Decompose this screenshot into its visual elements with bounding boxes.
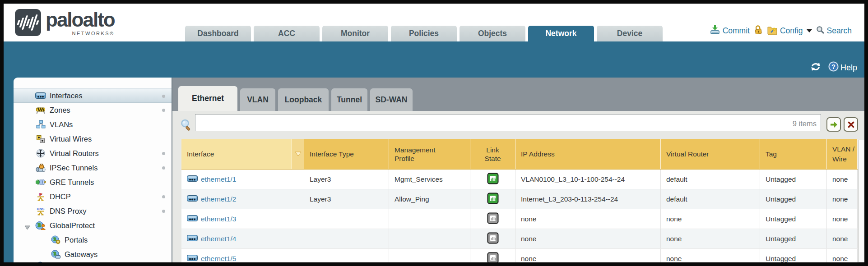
col-header-interface-type[interactable]: Interface Type (304, 139, 389, 169)
link-down-icon (487, 212, 499, 226)
app-header: paloalto NETWORKS® Dashboard ACC Monitor… (4, 4, 864, 41)
sidebar-item-gateways[interactable]: Gateways (14, 247, 172, 261)
help-button[interactable]: ? Help (828, 61, 857, 74)
help-label: Help (840, 63, 857, 73)
gateways-icon (50, 250, 61, 259)
title-bar: ? Help (4, 41, 864, 78)
cell-link-state (470, 229, 515, 248)
commit-icon (710, 25, 720, 37)
subtab-vlan[interactable]: VLAN (240, 88, 275, 111)
sidebar-item-ipsec-tunnels[interactable]: IPSec Tunnels (14, 161, 172, 175)
table-row: ethernet1/3 none none Untagged none (181, 209, 858, 229)
expander-down-icon[interactable] (24, 223, 30, 232)
interface-link[interactable]: ethernet1/5 (201, 255, 236, 263)
link-down-icon (487, 232, 499, 246)
svg-text:?: ? (831, 63, 836, 70)
col-header-link-state[interactable]: Link State (470, 139, 515, 169)
interface-icon (187, 255, 198, 263)
tab-device[interactable]: Device (597, 26, 663, 41)
col-header-management-profile[interactable]: Management Profile (389, 139, 470, 169)
cell-interface: ethernet1/3 (181, 209, 304, 229)
sidebar-item-virtual-wires[interactable]: Virtual Wires (14, 132, 172, 146)
filter-input[interactable] (195, 114, 821, 131)
tab-monitor[interactable]: Monitor (322, 26, 388, 41)
sidebar-item-dns-proxy[interactable]: DNS DNS Proxy (14, 204, 172, 218)
sidebar-item-portals[interactable]: Portals (14, 233, 172, 247)
logo-text: paloalto (46, 9, 115, 31)
tab-objects[interactable]: Objects (460, 26, 525, 41)
sidebar-item-gre-tunnels[interactable]: GRE Tunnels (14, 175, 172, 189)
cell-interface: ethernet1/5 (181, 249, 304, 262)
table-row: ethernet1/2 Layer3 Allow_Ping Internet_L… (181, 189, 858, 209)
subtab-sdwan[interactable]: SD-WAN (370, 88, 413, 111)
search-icon (816, 26, 825, 37)
cell-management-profile (389, 229, 470, 248)
search-label: Search (827, 26, 852, 36)
panos-web-ui: paloalto NETWORKS® Dashboard ACC Monitor… (4, 4, 864, 262)
interface-link[interactable]: ethernet1/3 (201, 215, 236, 223)
subtab-ethernet[interactable]: Ethernet (178, 86, 237, 111)
col-header-virtual-router[interactable]: Virtual Router (661, 139, 760, 169)
cell-interface-type (304, 229, 389, 248)
subtab-tunnel[interactable]: Tunnel (331, 88, 367, 111)
status-dot (162, 166, 165, 170)
sidebar-item-dhcp[interactable]: IP DHCP (14, 189, 172, 204)
interface-icon (187, 235, 198, 243)
paloalto-logo: paloalto NETWORKS® (15, 9, 115, 36)
globalprotect-icon (35, 221, 46, 230)
commit-button[interactable]: Commit (710, 25, 750, 37)
screenshot-frame: paloalto NETWORKS® Dashboard ACC Monitor… (0, 0, 868, 266)
tab-policies[interactable]: Policies (391, 26, 457, 41)
sidebar-item-vlans[interactable]: VLANs (14, 117, 172, 132)
cell-link-state (470, 189, 515, 209)
zones-icon (35, 106, 46, 114)
cell-virtual-router: none (661, 249, 760, 262)
table-row: ethernet1/1 Layer3 Mgmt_Services VLAN010… (181, 170, 858, 189)
sidebar-item-zones[interactable]: Zones (14, 103, 172, 117)
commit-label: Commit (723, 26, 750, 36)
sidebar-item-label: DNS Proxy (50, 207, 87, 216)
portals-icon (50, 235, 61, 244)
interface-link[interactable]: ethernet1/2 (201, 195, 236, 203)
lock-icon[interactable] (753, 24, 764, 38)
search-button[interactable]: Search (816, 26, 852, 37)
clear-filter-button[interactable] (844, 117, 858, 132)
cell-tag: Untagged (760, 189, 827, 209)
table-scrollbar[interactable] (859, 140, 864, 262)
col-header-ip-address[interactable]: IP Address (515, 139, 661, 169)
sort-menu-button[interactable] (292, 139, 304, 169)
status-dot (162, 210, 165, 213)
sidebar-item-virtual-routers[interactable]: Virtual Routers (14, 146, 172, 161)
sidebar-item-partial[interactable] (14, 261, 172, 262)
cell-management-profile (389, 249, 470, 262)
apply-filter-button[interactable] (826, 117, 841, 132)
sidebar-item-label: VLANs (50, 120, 73, 129)
status-dot (162, 195, 165, 198)
interface-link[interactable]: ethernet1/1 (201, 175, 236, 183)
tab-acc[interactable]: ACC (254, 26, 320, 41)
col-header-tag[interactable]: Tag (760, 139, 827, 169)
interface-link[interactable]: ethernet1/4 (201, 235, 236, 243)
sidebar-item-globalprotect[interactable]: GlobalProtect (14, 218, 172, 233)
cell-vlan-wire: none (827, 229, 858, 248)
lower-area: Interfaces Zones VLANs Virtual Wires Vir… (4, 78, 864, 262)
cell-interface-type (304, 209, 389, 229)
sidebar-item-interfaces[interactable]: Interfaces (14, 88, 172, 103)
tab-dashboard[interactable]: Dashboard (185, 26, 251, 41)
cell-vlan-wire: none (827, 209, 858, 229)
col-header-vlan-wire[interactable]: VLAN / Wire (827, 139, 858, 169)
config-menu-button[interactable]: Config (767, 25, 812, 37)
table-header: Interface Interface Type Management Prof… (181, 139, 858, 170)
subtab-loopback[interactable]: Loopback (278, 88, 329, 111)
interfaces-icon (35, 92, 46, 99)
dhcp-icon: IP (35, 192, 46, 202)
refresh-icon[interactable] (810, 62, 821, 73)
sort-triangle-icon (295, 151, 302, 156)
items-count: 9 items (793, 119, 817, 128)
col-header-interface[interactable]: Interface (181, 139, 292, 169)
table-row: ethernet1/5 none none Untagged none (181, 249, 858, 262)
cell-link-state (470, 249, 515, 262)
virtual-routers-icon (35, 149, 46, 158)
tab-network[interactable]: Network (528, 26, 594, 41)
table-row: ethernet1/4 none none Untagged none (181, 229, 858, 249)
